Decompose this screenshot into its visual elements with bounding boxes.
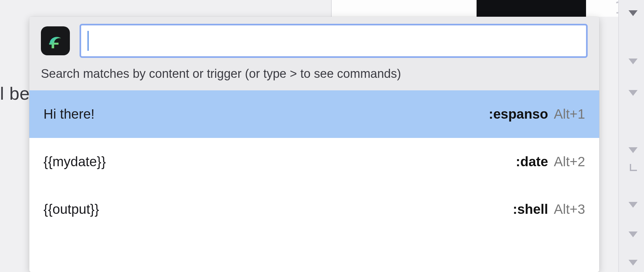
search-input-container[interactable] — [80, 24, 588, 58]
background-editor-gutter — [618, 0, 644, 272]
gutter-collapse-icon — [629, 10, 638, 16]
result-content: Hi there! — [43, 106, 95, 122]
result-item[interactable]: Hi there! :espanso Alt+1 — [29, 90, 599, 138]
result-item[interactable]: {{output}} :shell Alt+3 — [29, 186, 599, 233]
result-trigger: :espanso — [489, 106, 548, 122]
result-content: {{output}} — [43, 202, 99, 217]
result-shortcut: Alt+3 — [554, 202, 585, 217]
chevron-down-icon — [629, 59, 638, 64]
result-content: {{mydate}} — [43, 154, 106, 169]
background-editor-text-fragment: l be — [0, 83, 30, 104]
chevron-down-icon — [629, 260, 638, 266]
result-trigger: :date — [516, 154, 548, 169]
gutter-marker-icon — [630, 164, 637, 171]
result-item[interactable]: {{mydate}} :date Alt+2 — [29, 138, 599, 186]
search-popup: Search matches by content or trigger (or… — [29, 17, 599, 272]
espanso-logo-icon — [45, 31, 65, 51]
popup-header: Search matches by content or trigger (or… — [29, 17, 599, 90]
search-input[interactable] — [90, 34, 580, 48]
chevron-down-icon — [629, 90, 638, 96]
chevron-down-icon — [629, 202, 638, 208]
espanso-app-icon — [41, 26, 70, 55]
result-shortcut: Alt+1 — [554, 106, 585, 122]
background-editor-dark-panel — [477, 0, 586, 17]
text-cursor — [88, 31, 89, 51]
results-list: Hi there! :espanso Alt+1 {{mydate}} :dat… — [29, 90, 599, 272]
chevron-down-icon — [629, 147, 638, 153]
result-shortcut: Alt+2 — [554, 154, 585, 169]
result-trigger: :shell — [513, 202, 548, 217]
search-hint-text: Search matches by content or trigger (or… — [41, 67, 588, 81]
chevron-down-icon — [629, 231, 638, 237]
